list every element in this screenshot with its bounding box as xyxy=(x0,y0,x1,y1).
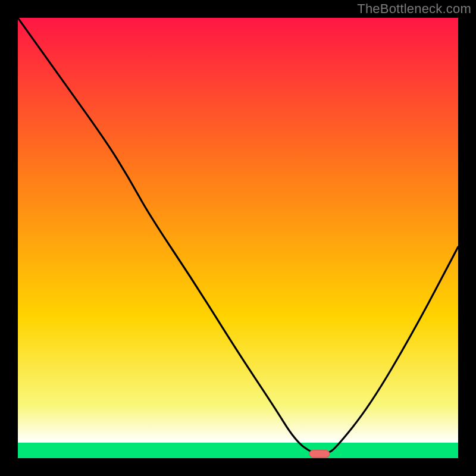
chart-frame: TheBottleneck.com xyxy=(0,0,476,476)
bottleneck-chart xyxy=(18,18,458,458)
watermark-text: TheBottleneck.com xyxy=(357,1,471,17)
optimal-marker xyxy=(309,450,330,458)
plot-background xyxy=(18,18,458,458)
